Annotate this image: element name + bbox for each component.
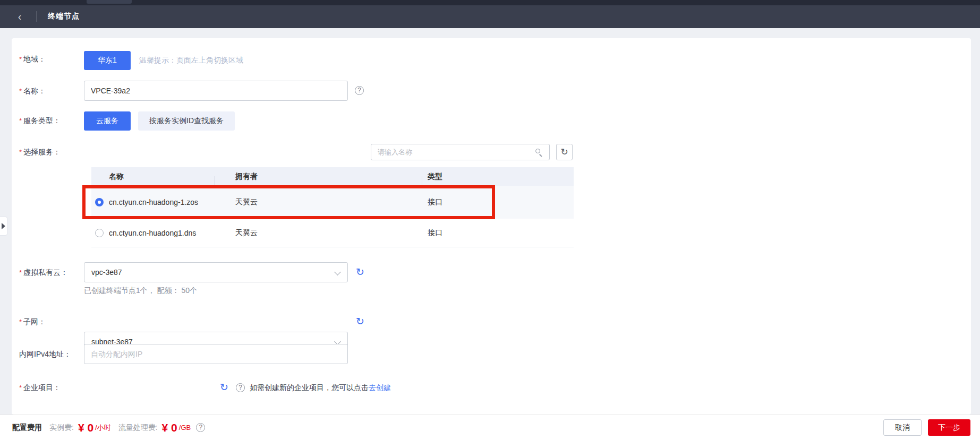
name-help-icon[interactable]: ? — [355, 86, 364, 95]
service-type-instance-id-button[interactable]: 按服务实例ID查找服务 — [138, 111, 235, 131]
required-mark: * — [19, 318, 22, 326]
service-owner: 天翼云 — [235, 228, 428, 238]
vpc-select[interactable]: vpc-3e87 — [84, 262, 348, 282]
service-row[interactable]: cn.ctyun.cn-huadong1.dns 天翼云 接口 — [91, 219, 574, 247]
enterprise-project-refresh-icon[interactable]: ↻ — [220, 382, 228, 393]
type-column-header: 类型 — [428, 172, 574, 182]
name-input[interactable] — [84, 81, 348, 101]
subnet-refresh-icon[interactable]: ↻ — [356, 316, 364, 327]
owner-column-header: 拥有者 — [235, 172, 428, 182]
header-divider — [36, 11, 37, 22]
instance-fee-unit: /小时 — [95, 423, 111, 433]
vpc-value: vpc-3e87 — [91, 263, 122, 282]
required-mark: * — [19, 269, 22, 277]
service-row-selected[interactable]: cn.ctyun.cn-huadong-1.zos 天翼云 接口 — [91, 186, 574, 219]
create-project-link[interactable]: 去创建 — [369, 383, 391, 392]
radio-unselected[interactable] — [95, 229, 104, 237]
service-owner: 天翼云 — [235, 197, 428, 207]
footer-bar: 配置费用 实例费: ¥ 0 /小时 流量处理费: ¥ 0 /GB ? 取消 下一… — [0, 415, 980, 440]
next-step-button[interactable]: 下一步 — [928, 419, 970, 436]
service-search-input[interactable] — [371, 144, 550, 160]
required-mark: * — [19, 148, 22, 156]
browser-top-strip — [0, 0, 980, 5]
select-service-label: *选择服务： — [19, 148, 82, 157]
service-list-refresh-button[interactable]: ↻ — [556, 144, 573, 160]
fee-help-icon[interactable]: ? — [196, 423, 205, 432]
sidebar-expand-handle[interactable] — [0, 217, 7, 236]
enterprise-project-help-icon[interactable]: ? — [236, 383, 245, 392]
service-table-header: 名称 拥有者 类型 — [91, 167, 574, 186]
endpoint-create-page: ‹ 终端节点 *地域： 华东1 温馨提示：页面左上角切换区域 *名称： ? *服… — [0, 0, 980, 440]
vpc-label: *虚拟私有云： — [19, 268, 82, 278]
vpc-quota-text: 已创建终端节点1个， 配额： 50个 — [84, 286, 197, 296]
instance-fee-value: ¥ 0 — [78, 421, 93, 434]
required-mark: * — [19, 384, 22, 392]
enterprise-project-label: *企业项目： — [19, 383, 82, 393]
traffic-fee-label: 流量处理费: — [118, 423, 158, 433]
instance-fee-label: 实例费: — [49, 423, 74, 433]
required-mark: * — [19, 87, 22, 95]
enterprise-project-hint: 如需创建新的企业项目，您可以点击去创建 — [250, 383, 391, 393]
tab-remnant — [87, 0, 132, 4]
chevron-down-icon — [334, 269, 341, 275]
cancel-button[interactable]: 取消 — [883, 419, 922, 436]
region-label: *地域： — [19, 55, 82, 64]
traffic-fee-unit: /GB — [179, 424, 191, 432]
cost-label: 配置费用 — [12, 423, 42, 433]
vpc-refresh-icon[interactable]: ↻ — [356, 267, 364, 278]
service-type-label: *服务类型： — [19, 116, 82, 126]
service-type-cell: 接口 — [428, 228, 574, 238]
region-button[interactable]: 华东1 — [84, 51, 131, 70]
form-panel: *地域： 华东1 温馨提示：页面左上角切换区域 *名称： ? *服务类型： 云服… — [12, 38, 971, 415]
name-column-header: 名称 — [109, 172, 235, 182]
traffic-fee-value: ¥ 0 — [162, 421, 177, 434]
service-name: cn.ctyun.cn-huadong-1.zos — [109, 198, 235, 206]
ipv4-input[interactable] — [84, 344, 348, 364]
required-mark: * — [19, 117, 22, 125]
back-icon[interactable]: ‹ — [14, 10, 25, 23]
service-search — [371, 144, 550, 160]
service-table: 名称 拥有者 类型 cn.ctyun.cn-huadong-1.zos 天翼云 … — [91, 167, 574, 247]
ipv4-label: 内网IPv4地址： — [19, 350, 82, 359]
expand-arrow-icon — [2, 223, 5, 229]
top-header: ‹ 终端节点 — [0, 0, 980, 28]
required-mark: * — [19, 55, 22, 63]
page-title: 终端节点 — [48, 12, 80, 21]
search-icon[interactable] — [535, 148, 543, 157]
subnet-label: *子网： — [19, 317, 82, 327]
region-hint: 温馨提示：页面左上角切换区域 — [139, 56, 243, 65]
radio-selected[interactable] — [95, 198, 104, 206]
name-label: *名称： — [19, 87, 82, 96]
service-type-cloud-button[interactable]: 云服务 — [84, 111, 131, 131]
service-type-cell: 接口 — [428, 197, 574, 207]
service-name: cn.ctyun.cn-huadong1.dns — [109, 229, 235, 237]
